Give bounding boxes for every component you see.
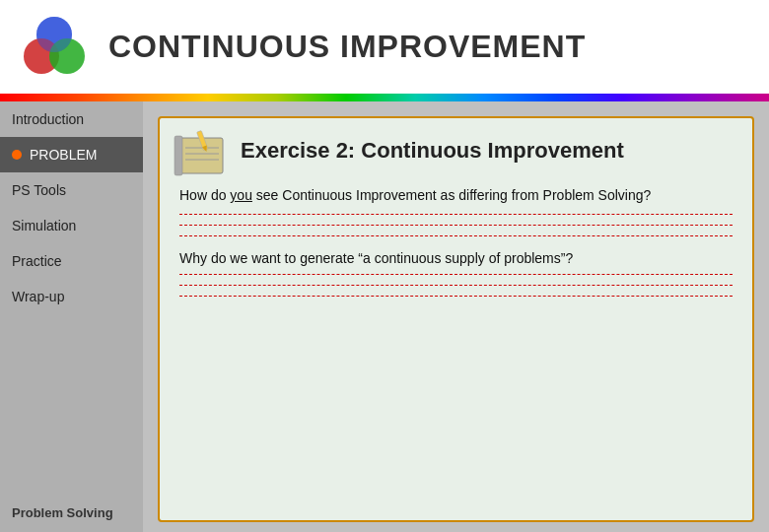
main-layout: Introduction PROBLEM PS Tools Simulation… [0,101,769,532]
dotted-line [179,225,733,226]
logo [20,13,89,82]
answer-lines-2 [179,274,733,297]
active-dot [12,150,22,160]
sidebar-bottom-label: Problem Solving [0,494,143,532]
sidebar-item-wrap-up[interactable]: Wrap-up [0,279,143,314]
sidebar-item-simulation[interactable]: Simulation [0,208,143,243]
svg-point-3 [36,17,72,52]
dotted-line [179,235,733,236]
header: CONTINUOUS IMPROVEMENT [0,0,769,94]
question1-text: How do you see Continuous Improvement as… [179,185,733,206]
dotted-line [179,285,733,286]
exercise-card: Exercise 2: Continuous Improvement How d… [158,116,754,522]
question2-text: Why do we want to generate “a continuous… [179,250,733,266]
content-area: Exercise 2: Continuous Improvement How d… [143,101,769,532]
sidebar-item-introduction[interactable]: Introduction [0,101,143,137]
dotted-line [179,296,733,297]
sidebar-item-practice[interactable]: Practice [0,243,143,279]
exercise-title: Exercise 2: Continuous Improvement [241,138,624,164]
card-body: How do you see Continuous Improvement as… [160,180,752,320]
dotted-line [179,214,733,215]
svg-rect-5 [175,136,182,175]
sidebar: Introduction PROBLEM PS Tools Simulation… [0,101,143,532]
answer-lines-1 [179,214,733,236]
svg-rect-4 [177,138,223,173]
dotted-line [179,274,733,275]
page-title: CONTINUOUS IMPROVEMENT [108,29,586,65]
rainbow-bar [0,94,769,101]
card-header: Exercise 2: Continuous Improvement [160,118,752,180]
sidebar-item-problem[interactable]: PROBLEM [0,137,143,172]
notebook-icon [170,128,229,172]
sidebar-item-ps-tools[interactable]: PS Tools [0,172,143,208]
